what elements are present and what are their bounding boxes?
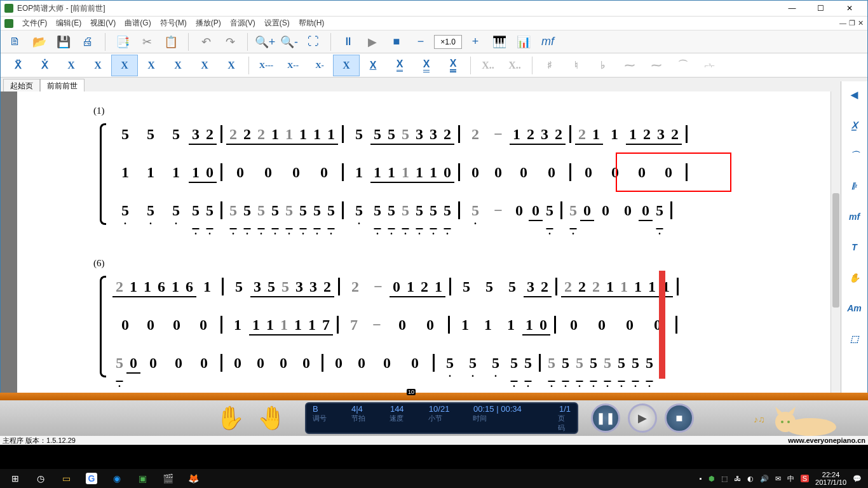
note-len-4-active[interactable]: X [333, 55, 360, 76]
cut-button[interactable]: ✂ [136, 32, 158, 51]
note-dur-9[interactable]: X [218, 55, 245, 76]
minimize-button[interactable]: — [778, 1, 806, 15]
zoom-minus-button[interactable]: − [410, 32, 431, 51]
tray-icon[interactable]: ⬢ [709, 475, 715, 483]
note-dur-8[interactable]: X [191, 55, 218, 76]
maximize-button[interactable]: ☐ [806, 1, 835, 15]
dynamics-button[interactable]: mf [537, 32, 559, 51]
zoom-value[interactable]: ×1.0 [434, 35, 462, 49]
info-timesig: 4|4 [351, 404, 375, 414]
player-bar: ✋ 🤚 B 4|4 144 10/21 00:15 | 00:34 1/1 调号… [0, 400, 868, 436]
note-dur-6[interactable]: X [138, 55, 165, 76]
taskbar-eop[interactable]: ▣ [130, 470, 155, 487]
player-pause-button[interactable]: ❚❚ [591, 403, 620, 433]
score-area: (1) 555 32 22 21 11 11 5 55 53 32 [1, 92, 841, 434]
play-button[interactable]: ▶ [362, 32, 383, 51]
player-play-button[interactable]: ▶ [628, 403, 657, 433]
menu-edit[interactable]: 编辑(E) [56, 18, 81, 29]
panel-collapse-button[interactable]: ◄ [845, 85, 864, 104]
fit-page-button[interactable]: ⛶ [302, 32, 324, 51]
tray-icon[interactable]: ⬚ [721, 475, 728, 483]
copy-button[interactable]: 📑 [112, 32, 133, 51]
info-tempo: 144 [390, 404, 414, 414]
left-hand-icon[interactable]: ✋ [216, 405, 245, 431]
stop-button[interactable]: ■ [386, 32, 407, 51]
note-dur-1[interactable]: Ẍ [4, 55, 31, 76]
timeline-marker: 10 [407, 389, 416, 395]
save-button[interactable]: 💾 [53, 32, 74, 51]
keyboard-button[interactable]: 🎹 [489, 32, 510, 51]
note-dur-2[interactable]: Ẋ [31, 55, 58, 76]
menu-score[interactable]: 曲谱(G) [125, 18, 151, 29]
menu-view[interactable]: 视图(V) [90, 18, 116, 29]
note-dur-4[interactable]: X [85, 55, 111, 76]
rp-layout-button[interactable]: ⬚ [845, 329, 864, 348]
sharp-button: ♯ [536, 55, 563, 76]
start-button[interactable]: ⊞ [3, 470, 28, 487]
score-page[interactable]: (1) 555 32 22 21 11 11 5 55 53 32 [17, 92, 841, 434]
note-len-5[interactable]: X [360, 55, 386, 76]
note-len-8[interactable]: X [440, 55, 466, 76]
scrollbar-thumb[interactable] [832, 193, 839, 308]
tray-icon[interactable]: S [801, 475, 809, 482]
note-dur-7[interactable]: X [165, 55, 191, 76]
tray-volume-icon[interactable]: 🔊 [760, 475, 769, 483]
undo-button[interactable]: ↶ [195, 32, 217, 51]
menu-symbol[interactable]: 符号(M) [160, 18, 187, 29]
rp-slur-button[interactable]: ⌒ [845, 146, 864, 165]
mdi-close-icon[interactable]: ✕ [858, 19, 864, 27]
taskbar-clock[interactable]: 22:24 2017/1/10 [815, 471, 846, 486]
open-file-button[interactable]: 📂 [29, 32, 50, 51]
equalizer-button[interactable]: 📊 [513, 32, 534, 51]
taskbar-explorer[interactable]: ▭ [53, 470, 79, 487]
tray-ime[interactable]: 中 [787, 474, 794, 484]
note-len-3[interactable]: X- [306, 55, 333, 76]
mdi-restore-icon[interactable]: ❐ [849, 19, 855, 27]
zoom-in-button[interactable]: 🔍+ [254, 32, 276, 51]
rp-chord-button[interactable]: Am [845, 299, 864, 318]
note-dur-5-active[interactable]: X [111, 55, 138, 76]
player-stop-button[interactable]: ■ [665, 403, 694, 433]
menu-help[interactable]: 帮助(H) [299, 18, 325, 29]
rp-repeat-button[interactable]: 𝄆 [845, 177, 864, 196]
vertical-scrollbar[interactable] [831, 92, 841, 434]
rp-hand-button[interactable]: ✋ [845, 268, 864, 287]
menu-play[interactable]: 播放(P) [196, 18, 221, 29]
zoom-plus-button[interactable]: + [465, 32, 486, 51]
close-button[interactable]: ✕ [835, 1, 864, 15]
menu-sound[interactable]: 音源(V) [230, 18, 255, 29]
taskbar-app-5[interactable]: 🎬 [155, 470, 180, 487]
tab-document[interactable]: 前前前世 [40, 79, 85, 92]
note-len-7[interactable]: X [413, 55, 440, 76]
print-button[interactable]: 🖨 [77, 32, 98, 51]
note-dur-3[interactable]: X [58, 55, 85, 76]
note-len-2[interactable]: X-- [280, 55, 306, 76]
tray-notifications-icon[interactable]: 💬 [853, 475, 862, 483]
taskbar-firefox[interactable]: 🦊 [180, 470, 206, 487]
tab-start[interactable]: 起始页 [3, 79, 40, 92]
menu-file[interactable]: 文件(F) [22, 18, 47, 29]
tray-icon[interactable]: ✉ [775, 475, 781, 483]
menu-settings[interactable]: 设置(S) [264, 18, 290, 29]
note-len-6[interactable]: X [386, 55, 413, 76]
paste-button[interactable]: 📋 [160, 32, 182, 51]
rp-text-button[interactable]: T [845, 238, 864, 257]
rp-dynamics-button[interactable]: mf [845, 207, 864, 226]
taskbar-app-3[interactable]: ◉ [104, 470, 130, 487]
label-time: 时间 [473, 414, 543, 433]
timeline-ruler[interactable]: 10 [0, 393, 868, 400]
zoom-out-button[interactable]: 🔍- [278, 32, 300, 51]
new-file-button[interactable]: 🗎 [4, 32, 26, 51]
tray-network-icon[interactable]: 🖧 [734, 475, 741, 482]
redo-button[interactable]: ↷ [219, 32, 241, 51]
tray-icon[interactable]: ◐ [747, 475, 754, 483]
right-hand-icon[interactable]: 🤚 [257, 405, 286, 431]
taskbar-chrome[interactable]: G [79, 470, 104, 487]
rp-note-button[interactable]: X̲ [845, 116, 864, 135]
mdi-minimize-icon[interactable]: — [839, 19, 846, 27]
pause-button[interactable]: ⏸ [337, 32, 359, 51]
note-len-1[interactable]: X--- [253, 55, 280, 76]
taskbar-app-1[interactable]: ◷ [28, 470, 53, 487]
slur-button: ⌒ [670, 55, 696, 76]
tray-icon[interactable]: ▪ [700, 475, 702, 482]
